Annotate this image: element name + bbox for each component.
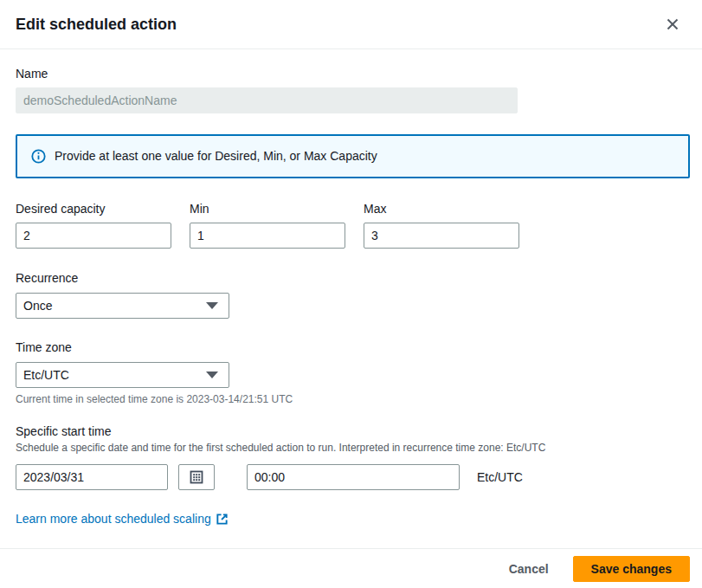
learn-more-link-text: Learn more about scheduled scaling <box>16 512 211 526</box>
max-capacity-input[interactable] <box>364 223 519 249</box>
edit-scheduled-action-modal: Edit scheduled action Name Pr <box>0 0 702 588</box>
start-date-input[interactable] <box>16 464 168 490</box>
modal-header: Edit scheduled action <box>0 0 702 49</box>
timezone-field: Time zone Etc/UTC Current time in select… <box>16 339 690 405</box>
calendar-picker-button[interactable] <box>178 464 215 490</box>
calendar-icon <box>190 470 203 484</box>
timezone-selected-value: Etc/UTC <box>23 368 69 382</box>
modal-footer: Cancel Save changes <box>0 548 702 588</box>
min-capacity-label: Min <box>190 202 345 216</box>
learn-more-link[interactable]: Learn more about scheduled scaling <box>16 512 229 526</box>
timezone-suffix-label: Etc/UTC <box>477 470 523 484</box>
desired-capacity-field: Desired capacity <box>16 202 171 249</box>
timezone-select[interactable]: Etc/UTC <box>16 362 229 388</box>
max-capacity-label: Max <box>364 202 519 216</box>
max-capacity-field: Max <box>364 202 519 249</box>
start-time-input[interactable] <box>247 464 460 490</box>
cancel-button[interactable]: Cancel <box>500 557 557 581</box>
info-icon <box>31 149 46 164</box>
min-capacity-input[interactable] <box>190 223 345 249</box>
timezone-label: Time zone <box>16 340 72 354</box>
save-changes-button[interactable]: Save changes <box>573 556 690 582</box>
info-alert-text: Provide at least one value for Desired, … <box>55 147 377 165</box>
close-button[interactable] <box>662 14 683 35</box>
close-icon <box>666 17 679 31</box>
modal-title: Edit scheduled action <box>16 16 177 34</box>
start-time-section: Specific start time Schedule a specific … <box>16 424 690 490</box>
start-time-label: Specific start time <box>16 424 690 438</box>
external-link-icon <box>216 513 229 526</box>
desired-capacity-input[interactable] <box>16 223 171 249</box>
current-time-helper: Current time in selected time zone is 20… <box>16 393 690 405</box>
datetime-row: Etc/UTC <box>16 464 690 490</box>
capacity-row: Desired capacity Min Max <box>16 202 690 249</box>
min-capacity-field: Min <box>190 202 345 249</box>
recurrence-field: Recurrence Once <box>16 270 690 319</box>
recurrence-label: Recurrence <box>16 271 78 285</box>
recurrence-selected-value: Once <box>23 299 52 313</box>
start-time-description: Schedule a specific date and time for th… <box>16 442 690 454</box>
chevron-down-icon <box>206 302 218 309</box>
name-label: Name <box>16 67 690 81</box>
info-alert: Provide at least one value for Desired, … <box>16 134 690 178</box>
modal-body: Name Provide at least one value for Desi… <box>0 49 702 527</box>
desired-capacity-label: Desired capacity <box>16 202 171 216</box>
chevron-down-icon <box>206 372 218 378</box>
name-input <box>16 87 518 113</box>
recurrence-select[interactable]: Once <box>16 293 229 319</box>
